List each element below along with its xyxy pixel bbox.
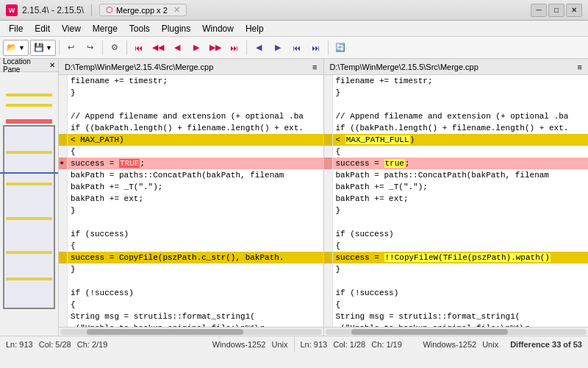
tab-label: Merge.cpp x 2 bbox=[116, 6, 168, 15]
loc-marker-5 bbox=[6, 183, 52, 185]
copy-left-button[interactable]: ◀ bbox=[250, 39, 268, 57]
toolbar-sep-1 bbox=[59, 40, 60, 55]
location-pane-close[interactable]: ✕ bbox=[49, 61, 55, 69]
location-pane: Location Pane ✕ bbox=[0, 59, 59, 336]
left-line-5: if ((bakPath.length() + filename.length(… bbox=[59, 122, 323, 134]
right-status-encoding: Windows-1252 bbox=[423, 340, 476, 349]
file-tab[interactable]: ⬡ Merge.cpp x 2 ✕ bbox=[99, 4, 187, 16]
tab-close[interactable]: ✕ bbox=[173, 5, 180, 15]
menu-tools[interactable]: Tools bbox=[123, 22, 156, 35]
toolbar-sep-2 bbox=[102, 40, 103, 55]
toolbar-sep-4 bbox=[246, 40, 247, 55]
title-bar-left: W 2.15.4\ - 2.15.5\ ⬡ Merge.cpp x 2 ✕ bbox=[6, 4, 187, 16]
copy-all-left-button[interactable]: ⏮ bbox=[288, 39, 306, 57]
undo-button[interactable]: ↩ bbox=[62, 39, 80, 57]
right-line-19: if (!success) bbox=[324, 287, 589, 299]
close-button[interactable]: ✕ bbox=[566, 4, 582, 17]
left-line-20: { bbox=[59, 299, 323, 311]
left-line-21: String msg = strutils::format_string1( bbox=[59, 311, 323, 322]
right-status-eol: Unix bbox=[482, 340, 498, 349]
right-line-5: if ((bakPath.length() + filename.length(… bbox=[324, 122, 589, 134]
right-pane-menu-icon[interactable]: ≡ bbox=[578, 63, 582, 71]
left-line-10: bakPath += _T("."); bbox=[59, 181, 323, 193]
menu-merge[interactable]: Merge bbox=[87, 22, 123, 35]
right-line-20: { bbox=[324, 299, 589, 311]
menu-file[interactable]: File bbox=[3, 22, 29, 35]
left-line-11: bakPath += ext; bbox=[59, 193, 323, 205]
left-pane-menu-icon[interactable]: ≡ bbox=[312, 63, 317, 71]
loc-marker-4 bbox=[6, 151, 52, 154]
loc-marker-7 bbox=[6, 251, 52, 254]
right-line-11: bakPath += ext; bbox=[324, 193, 589, 205]
left-scroll-thumb[interactable] bbox=[87, 329, 243, 335]
right-line-21: String msg = strutils::format_string1( bbox=[324, 311, 589, 322]
right-status-ln: Ln: 913 bbox=[301, 340, 328, 349]
last-diff-button[interactable]: ⏭ bbox=[226, 39, 243, 57]
left-line-8: ● success = TRUE; bbox=[59, 158, 323, 169]
open-arrow: ▼ bbox=[18, 44, 25, 52]
left-h-scrollbar[interactable] bbox=[59, 327, 323, 336]
first-diff-button[interactable]: ⏮ bbox=[130, 39, 148, 57]
left-status-col: Col: 5/28 bbox=[39, 340, 71, 349]
right-line-12: } bbox=[324, 205, 589, 216]
right-diff-content[interactable]: filename += timestr; } // Append filenam… bbox=[324, 75, 589, 327]
right-h-scrollbar[interactable] bbox=[324, 327, 589, 336]
app-title: 2.15.4\ - 2.15.5\ bbox=[22, 5, 84, 15]
save-dropdown[interactable]: 💾 ▼ bbox=[30, 40, 56, 56]
right-line-13 bbox=[324, 216, 589, 228]
left-status-eol: Unix bbox=[271, 340, 287, 349]
left-line-15: { bbox=[59, 240, 323, 252]
left-diff-content[interactable]: filename += timestr; } // Append filenam… bbox=[59, 75, 323, 327]
right-line-6: < MAX_PATH_FULL) bbox=[324, 134, 589, 146]
location-pane-content[interactable] bbox=[0, 72, 58, 336]
copy-right-button[interactable]: ▶ bbox=[269, 39, 287, 57]
window-controls: ─ □ ✕ bbox=[531, 4, 582, 17]
right-scroll-thumb[interactable] bbox=[351, 329, 508, 335]
loc-marker-8 bbox=[6, 277, 52, 280]
loc-marker-3 bbox=[6, 119, 52, 124]
open-dropdown[interactable]: 📂 ▼ bbox=[3, 40, 29, 56]
right-diff-pane: D:\Temp\WinMerge\2.15.5\Src\Merge.cpp ≡ … bbox=[324, 59, 589, 336]
maximize-button[interactable]: □ bbox=[548, 4, 564, 17]
menu-help[interactable]: Help bbox=[240, 22, 270, 35]
right-line-8: success = true; bbox=[324, 158, 589, 169]
left-status-ln: Ln: 913 bbox=[6, 340, 33, 349]
copy-all-right-button[interactable]: ⏭ bbox=[307, 39, 325, 57]
left-line-19: if (!success) bbox=[59, 287, 323, 299]
redo-button[interactable]: ↪ bbox=[82, 39, 99, 57]
left-pane-path: D:\Temp\WinMerge\2.15.4\Src\Merge.cpp bbox=[65, 63, 213, 71]
left-line-1: filename += timestr; bbox=[59, 75, 323, 87]
left-line-6: < MAX_PATH) bbox=[59, 134, 323, 146]
main-area: Location Pane ✕ D:\Temp\WinMerge\2.15.4\… bbox=[0, 59, 588, 336]
right-scroll-track[interactable] bbox=[326, 329, 587, 335]
menu-bar: File Edit View Merge Tools Plugins Windo… bbox=[0, 21, 588, 37]
left-status-pane: Ln: 913 Col: 5/28 Ch: 2/19 Windows-1252 … bbox=[0, 336, 295, 352]
loc-position bbox=[0, 172, 58, 174]
right-line-9: bakPath = paths::ConcatPath(bakPath, fil… bbox=[324, 169, 589, 181]
right-line-15: { bbox=[324, 240, 589, 252]
tab-icon: ⬡ bbox=[106, 5, 113, 15]
menu-plugins[interactable]: Plugins bbox=[156, 22, 196, 35]
options-button[interactable]: ⚙ bbox=[106, 39, 123, 57]
title-bar: W 2.15.4\ - 2.15.5\ ⬡ Merge.cpp x 2 ✕ ─ … bbox=[0, 0, 588, 21]
loc-marker-1 bbox=[6, 93, 52, 96]
right-line-16: success = !!CopyFileW(TFile(pszPath).wpa… bbox=[324, 252, 589, 263]
save-icon: 💾 bbox=[34, 43, 44, 52]
prev-conflict-button[interactable]: ◀ bbox=[168, 39, 186, 57]
menu-window[interactable]: Window bbox=[196, 22, 240, 35]
left-scroll-track[interactable] bbox=[60, 329, 322, 335]
right-status-ch: Ch: 1/19 bbox=[371, 340, 402, 349]
menu-view[interactable]: View bbox=[56, 22, 87, 35]
minimize-button[interactable]: ─ bbox=[531, 4, 547, 17]
left-pane-header: D:\Temp\WinMerge\2.15.4\Src\Merge.cpp ≡ bbox=[59, 59, 323, 75]
prev-diff-button[interactable]: ◀◀ bbox=[149, 39, 167, 57]
next-conflict-button[interactable]: ▶ bbox=[187, 39, 205, 57]
left-line-3 bbox=[59, 99, 323, 110]
refresh-button[interactable]: 🔄 bbox=[331, 39, 349, 57]
right-line-10: bakPath += _T("."); bbox=[324, 181, 589, 193]
left-line-2: } bbox=[59, 87, 323, 99]
right-line-4: // Append filename and extension (+ opti… bbox=[324, 110, 589, 122]
menu-edit[interactable]: Edit bbox=[29, 22, 56, 35]
left-line-18 bbox=[59, 275, 323, 287]
next-diff-button[interactable]: ▶▶ bbox=[207, 39, 224, 57]
